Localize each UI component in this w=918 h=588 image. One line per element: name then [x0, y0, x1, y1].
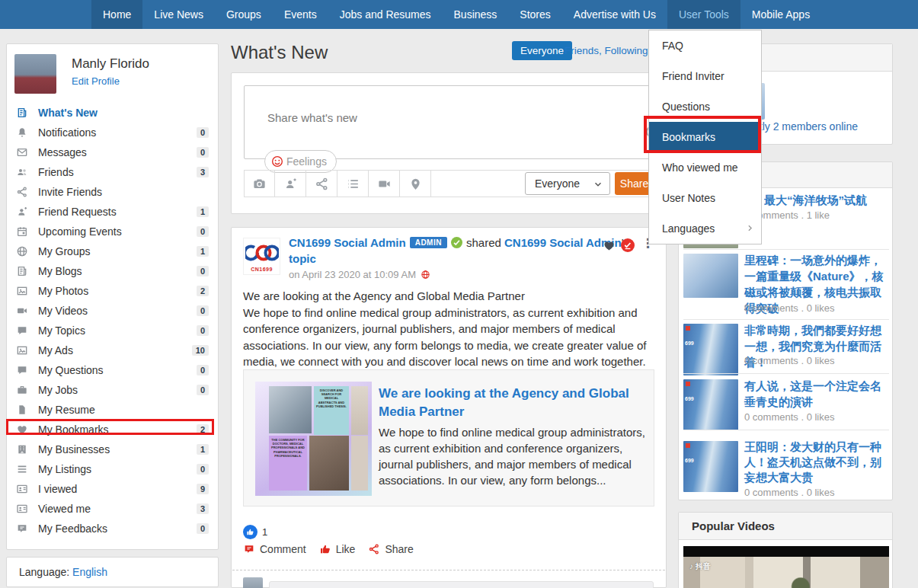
favorite-heart-icon[interactable]	[603, 239, 616, 252]
menu-item-who-viewed-me[interactable]: Who viewed me	[649, 152, 761, 183]
nav-item-user-tools[interactable]: User Tools	[667, 0, 740, 29]
menu-item-user-notes[interactable]: User Notes	[649, 183, 761, 213]
news-comments: 0 comments . 0 likes	[744, 487, 835, 498]
calendar-icon	[16, 225, 28, 238]
video-thumbnail[interactable]: ♪ 抖音	[683, 546, 889, 588]
location-button[interactable]	[400, 171, 431, 197]
approved-badge-icon[interactable]	[621, 238, 635, 252]
sidebar-item-viewed-me[interactable]: Viewed me3	[7, 499, 218, 519]
post-actions: Comment Like Share	[243, 543, 427, 555]
list-button[interactable]	[337, 171, 369, 197]
photo-button[interactable]	[244, 171, 275, 197]
sidebar-item-my-photos[interactable]: My Photos2	[7, 281, 218, 301]
tag-friend-button[interactable]	[275, 171, 306, 197]
nav-item-stores[interactable]: Stores	[508, 0, 561, 29]
comment-button[interactable]: Comment	[243, 543, 306, 555]
topic-link[interactable]: topic	[289, 252, 316, 265]
sidebar-item-my-resume[interactable]: My Resume	[7, 400, 218, 420]
link-preview-image[interactable]: DISCOVER AND SEARCH FOR MEDICAL ABSTRACT…	[255, 382, 372, 496]
collage-photo-people	[309, 436, 349, 491]
menu-item-questions[interactable]: Questions	[649, 91, 761, 122]
nav-item-home[interactable]: Home	[91, 0, 142, 29]
count-badge: 1	[197, 246, 209, 257]
video-button[interactable]	[369, 171, 400, 197]
news-thumbnail[interactable]	[683, 324, 738, 375]
sidebar-item-my-questions[interactable]: My Questions0	[7, 360, 218, 380]
comment-input[interactable]	[269, 581, 654, 588]
popular-videos-card: Popular Videos ♪ 抖音	[678, 512, 893, 588]
sidebar-item-my-bookmarks[interactable]: My Bookmarks2	[7, 420, 218, 439]
nav-item-groups[interactable]: Groups	[215, 0, 273, 29]
nav-item-events[interactable]: Events	[273, 0, 328, 29]
filter-friends-link[interactable]: Friends, Following &	[565, 45, 657, 56]
post-header: CN1699 Social AdminADMINshared CN1699 So…	[289, 236, 629, 249]
news-title[interactable]: 最大“海洋牧场”试航	[764, 192, 889, 208]
avatar[interactable]	[14, 54, 56, 94]
audience-select[interactable]: Everyone	[525, 172, 610, 195]
sidebar-item-my-jobs[interactable]: My Jobs0	[7, 380, 218, 400]
news-thumbnail[interactable]	[683, 254, 738, 298]
news-title[interactable]: 王阳明：发大财的只有一种人！盗天机这点做不到，别妄想大富大贵	[744, 439, 886, 485]
share-button[interactable]: Share	[368, 543, 413, 555]
list-icon	[16, 463, 28, 475]
share-link-button[interactable]	[306, 171, 337, 197]
sidebar-item-my-listings[interactable]: My Listings0	[7, 459, 218, 479]
composer-input[interactable]: Share what's new Feelings	[244, 85, 654, 159]
sidebar-item-whats-new[interactable]: What's New	[7, 103, 218, 123]
link-preview-card[interactable]: DISCOVER AND SEARCH FOR MEDICAL ABSTRACT…	[243, 369, 654, 507]
menu-item-faq[interactable]: FAQ	[649, 30, 761, 61]
mail-icon	[16, 146, 28, 158]
sidebar-item-my-businesses[interactable]: My Businesses1	[7, 439, 218, 459]
collage-text-tile-2: THE COMMUNITY FOR DOCTORS, MEDICAL PROFE…	[269, 436, 307, 491]
sidebar-item-messages[interactable]: Messages0	[7, 142, 218, 162]
post-divider	[232, 570, 665, 570]
app-window: Home Live News Groups Events Jobs and Re…	[0, 0, 918, 588]
sidebar-item-friend-requests[interactable]: Friend Requests1	[7, 202, 218, 222]
count-badge: 10	[192, 345, 209, 356]
menu-item-friend-inviter[interactable]: Friend Inviter	[649, 61, 761, 91]
user-plus-icon	[283, 177, 298, 191]
image-icon	[16, 285, 28, 297]
sidebar-item-my-videos[interactable]: My Videos0	[7, 301, 218, 321]
sidebar-item-i-viewed[interactable]: I viewed9	[7, 479, 218, 499]
nav-item-business[interactable]: Business	[443, 0, 509, 29]
post-author-avatar[interactable]: CN1699	[243, 238, 280, 275]
sidebar-item-my-ads[interactable]: My Ads10	[7, 340, 218, 360]
news-thumbnail[interactable]	[683, 379, 738, 430]
news-thumbnail[interactable]	[683, 441, 738, 492]
user-tools-dropdown: FAQ Friend Inviter Questions Bookmarks W…	[648, 30, 762, 244]
nav-item-jobs-resumes[interactable]: Jobs and Resumes	[328, 0, 443, 29]
sidebar-item-my-groups[interactable]: My Groups1	[7, 241, 218, 261]
share-icon	[315, 177, 329, 191]
filter-everyone-button[interactable]: Everyone	[512, 41, 572, 60]
sidebar-item-my-topics[interactable]: My Topics0	[7, 321, 218, 340]
language-label: Language:	[19, 566, 69, 578]
like-button[interactable]: Like	[319, 543, 356, 555]
sidebar-item-notifications[interactable]: Notifications0	[7, 123, 218, 142]
count-badge: 1	[197, 444, 209, 455]
admin-badge: ADMIN	[410, 237, 447, 248]
sidebar-item-friends[interactable]: Friends3	[7, 162, 218, 182]
sidebar-item-my-blogs[interactable]: My Blogs0	[7, 261, 218, 281]
video-camera-icon	[377, 177, 392, 191]
smiley-icon	[271, 155, 283, 168]
count-badge: 0	[197, 147, 209, 158]
edit-profile-link[interactable]: Edit Profile	[72, 72, 209, 87]
post-author-link[interactable]: CN1699 Social Admin	[289, 236, 406, 249]
nav-item-advertise[interactable]: Advertise with Us	[562, 0, 667, 29]
sidebar-item-my-feedbacks[interactable]: My Feedbacks0	[7, 519, 218, 538]
menu-item-bookmarks[interactable]: Bookmarks	[649, 122, 761, 152]
like-count-icon	[243, 525, 257, 539]
profile-sidebar: Manly Florido Edit Profile What's New No…	[6, 43, 219, 550]
sidebar-item-upcoming-events[interactable]: Upcoming Events0	[7, 222, 218, 241]
news-title[interactable]: 有人说，这是一个注定会名垂青史的演讲	[744, 378, 886, 410]
nav-item-mobile-apps[interactable]: Mobile Apps	[740, 0, 821, 29]
chat-icon	[16, 324, 28, 337]
nav-item-live-news[interactable]: Live News	[142, 0, 215, 29]
sidebar-item-invite-friends[interactable]: Invite Friends	[7, 182, 218, 202]
users-icon	[16, 166, 28, 178]
post-body-intro: We are looking at the Agency and Global …	[243, 288, 657, 305]
language-link[interactable]: English	[72, 566, 107, 578]
link-preview-title[interactable]: We are looking at the Agency and Global …	[379, 385, 649, 421]
menu-item-languages[interactable]: Languages	[649, 213, 761, 244]
